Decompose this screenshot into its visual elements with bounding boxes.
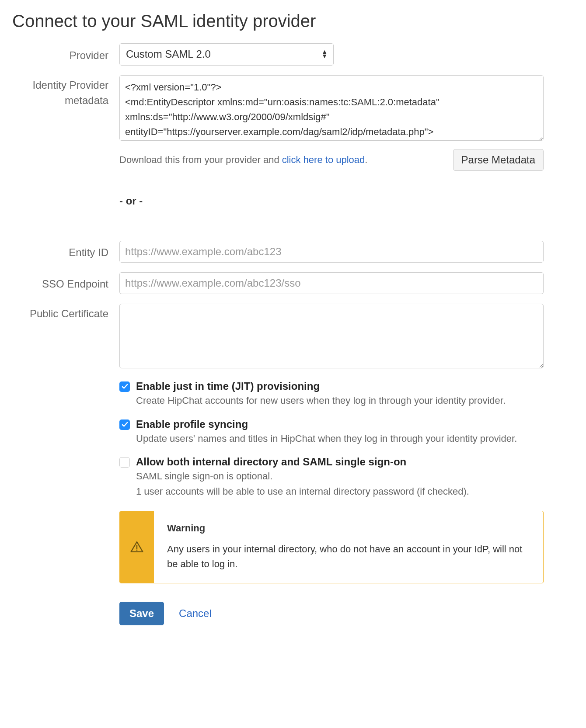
provider-select[interactable]: Custom SAML 2.0	[119, 43, 334, 66]
warning-icon	[130, 540, 144, 554]
metadata-label: Identity Provider metadata	[12, 75, 119, 108]
upload-link[interactable]: click here to upload	[282, 154, 365, 165]
metadata-hint-suffix: .	[365, 154, 367, 165]
provider-label: Provider	[12, 45, 119, 63]
check-icon	[122, 421, 128, 428]
metadata-hint: Download this from your provider and cli…	[119, 154, 367, 166]
warning-text: Any users in your internal directory, wh…	[167, 542, 530, 572]
jit-title: Enable just in time (JIT) provisioning	[136, 380, 506, 392]
allow-both-desc1: SAML single sign-on is optional.	[136, 470, 469, 483]
jit-checkbox[interactable]	[119, 381, 130, 392]
metadata-hint-prefix: Download this from your provider and	[119, 154, 282, 165]
svg-point-1	[136, 550, 138, 551]
warning-title: Warning	[167, 523, 530, 534]
parse-metadata-button[interactable]: Parse Metadata	[453, 149, 544, 171]
entity-id-input[interactable]	[119, 241, 544, 263]
sync-desc: Update users' names and titles in HipCha…	[136, 432, 517, 446]
save-button[interactable]: Save	[119, 602, 164, 625]
check-icon	[122, 383, 128, 390]
public-cert-textarea[interactable]	[119, 304, 544, 368]
or-separator: - or -	[119, 195, 544, 207]
page-title: Connect to your SAML identity provider	[12, 11, 574, 31]
cancel-button[interactable]: Cancel	[174, 602, 216, 625]
entity-id-label: Entity ID	[12, 243, 119, 260]
jit-desc: Create HipChat accounts for new users wh…	[136, 394, 506, 408]
allow-both-title: Allow both internal directory and SAML s…	[136, 456, 469, 468]
sso-endpoint-label: SSO Endpoint	[12, 274, 119, 292]
sso-endpoint-input[interactable]	[119, 272, 544, 294]
public-cert-label: Public Certificate	[12, 304, 119, 322]
sync-title: Enable profile syncing	[136, 418, 517, 430]
metadata-textarea[interactable]	[119, 75, 544, 141]
allow-both-checkbox[interactable]	[119, 457, 130, 468]
allow-both-desc2: 1 user accounts will be able to use an i…	[136, 485, 469, 499]
warning-box: Warning Any users in your internal direc…	[119, 511, 544, 583]
sync-checkbox[interactable]	[119, 419, 130, 430]
